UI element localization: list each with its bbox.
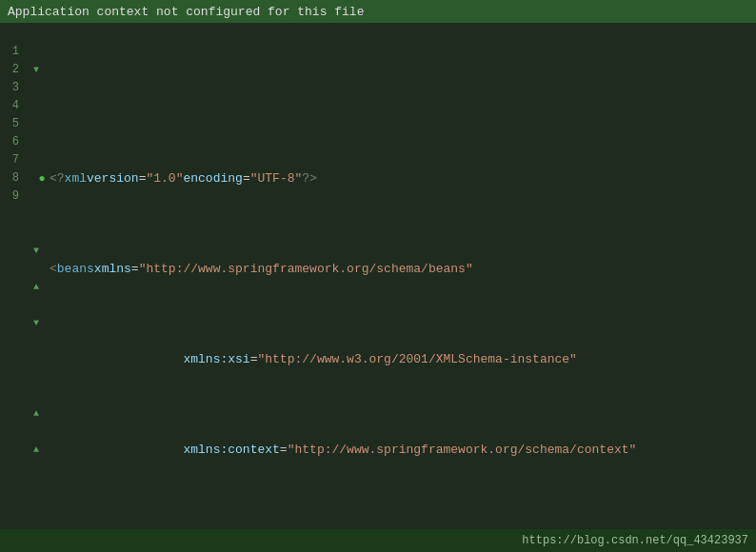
attr2: encoding bbox=[183, 169, 242, 187]
attr-val2: "UTF-8" bbox=[250, 169, 303, 187]
punct: <? bbox=[50, 169, 65, 187]
attr: version bbox=[87, 169, 139, 187]
green-indicator: ● bbox=[38, 172, 45, 186]
code-line-3: xmlns:xsi="http://www.w3.org/2001/XMLSch… bbox=[46, 350, 756, 368]
unfold-icon-3[interactable]: ▲ bbox=[33, 444, 39, 455]
fold-icon-2[interactable]: ▼ bbox=[33, 246, 39, 256]
fold-icon-3[interactable]: ▼ bbox=[33, 318, 39, 328]
status-bar: https://blog.csdn.net/qq_43423937 bbox=[0, 529, 756, 552]
gutter: ▼ ▼ ▲ ▼ ▲ ▲ bbox=[27, 23, 46, 529]
punct2: ?> bbox=[302, 169, 317, 187]
unfold-icon[interactable]: ▲ bbox=[33, 282, 39, 292]
fold-icon[interactable]: ▼ bbox=[33, 65, 39, 75]
code-line bbox=[46, 79, 756, 97]
line-numbers: 1 2 3 4 5 6 7 8 9 bbox=[0, 23, 27, 529]
code-line-1: <?xml version="1.0" encoding="UTF-8"?> bbox=[46, 169, 756, 187]
top-bar: Application context not configured for t… bbox=[0, 0, 756, 23]
code-line-4: xmlns:context="http://www.springframewor… bbox=[46, 441, 756, 459]
tag: xml bbox=[65, 169, 87, 187]
code-content: <?xml version="1.0" encoding="UTF-8"?> <… bbox=[46, 23, 756, 529]
unfold-icon-2[interactable]: ▲ bbox=[33, 408, 39, 419]
top-bar-text: Application context not configured for t… bbox=[8, 5, 364, 19]
editor-area: 1 2 3 4 5 6 7 8 9 ▼ bbox=[0, 23, 756, 529]
attr-val: "1.0" bbox=[146, 169, 183, 187]
status-url: https://blog.csdn.net/qq_43423937 bbox=[522, 534, 748, 547]
code-line-2: <beans xmlns="http://www.springframework… bbox=[46, 260, 756, 278]
